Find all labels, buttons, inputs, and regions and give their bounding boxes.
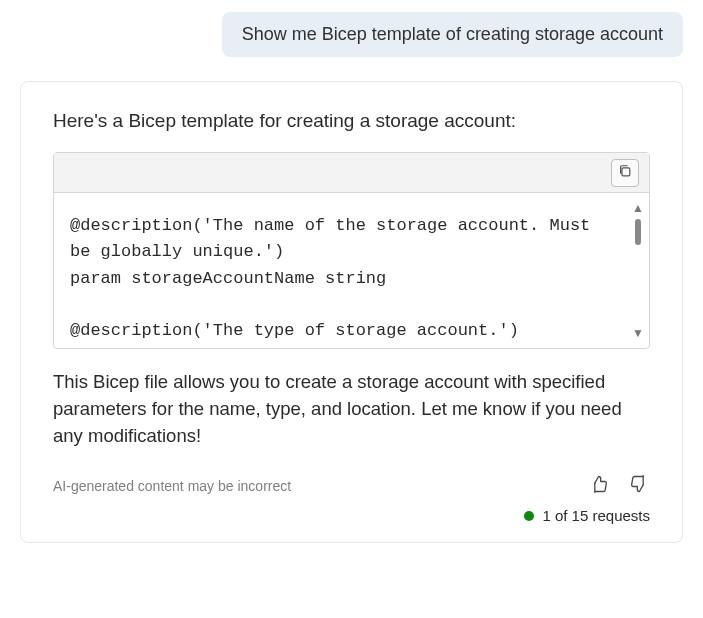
code-body-wrap: @description('The name of the storage ac… xyxy=(54,193,649,348)
code-block-header xyxy=(54,153,649,193)
request-count: 1 of 15 requests xyxy=(542,507,650,524)
footer-row-status: 1 of 15 requests xyxy=(53,507,650,524)
user-message-row: Show me Bicep template of creating stora… xyxy=(20,12,683,57)
thumbs-down-button[interactable] xyxy=(628,475,650,497)
thumbs-up-button[interactable] xyxy=(588,475,610,497)
assistant-followup-text: This Bicep file allows you to create a s… xyxy=(53,369,650,449)
copy-icon xyxy=(618,164,632,182)
scroll-down-icon: ▼ xyxy=(632,326,644,340)
copy-button[interactable] xyxy=(611,159,639,187)
code-content[interactable]: @description('The name of the storage ac… xyxy=(54,193,627,348)
svg-rect-0 xyxy=(622,167,630,175)
thumbs-up-icon xyxy=(589,474,609,498)
thumbs-down-icon xyxy=(629,474,649,498)
user-message-text: Show me Bicep template of creating stora… xyxy=(242,24,663,44)
feedback-icons xyxy=(588,475,650,497)
scroll-up-icon: ▲ xyxy=(632,201,644,215)
code-scrollbar[interactable]: ▲ ▼ xyxy=(627,193,649,348)
status-dot-icon xyxy=(524,511,534,521)
user-message-bubble: Show me Bicep template of creating stora… xyxy=(222,12,683,57)
scroll-thumb[interactable] xyxy=(635,219,641,245)
footer-row-feedback: AI-generated content may be incorrect xyxy=(53,475,650,497)
assistant-response-card: Here's a Bicep template for creating a s… xyxy=(20,81,683,543)
ai-disclaimer: AI-generated content may be incorrect xyxy=(53,478,291,494)
assistant-intro-text: Here's a Bicep template for creating a s… xyxy=(53,110,650,132)
code-block: @description('The name of the storage ac… xyxy=(53,152,650,349)
